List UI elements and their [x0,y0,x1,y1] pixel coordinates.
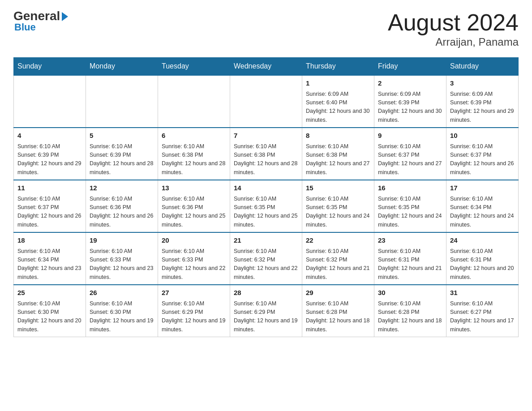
day-number: 12 [90,183,154,193]
day-number: 14 [234,183,298,193]
day-number: 9 [378,131,442,141]
day-info: Sunrise: 6:10 AMSunset: 6:35 PMDaylight:… [378,195,442,230]
day-number: 5 [90,131,154,141]
day-number: 18 [17,235,82,246]
weekday-header-tuesday: Tuesday [158,58,230,76]
week-row-5: 25Sunrise: 6:10 AMSunset: 6:30 PMDayligh… [14,285,519,337]
calendar-cell [158,75,230,128]
day-info: Sunrise: 6:09 AMSunset: 6:40 PMDaylight:… [306,90,370,125]
calendar-cell: 9Sunrise: 6:10 AMSunset: 6:37 PMDaylight… [374,128,446,180]
page-header: General Blue August 2024 Arraijan, Panam… [13,9,519,48]
day-number: 4 [17,131,82,141]
day-info: Sunrise: 6:10 AMSunset: 6:35 PMDaylight:… [234,195,298,230]
day-number: 21 [234,235,298,246]
calendar-cell: 25Sunrise: 6:10 AMSunset: 6:30 PMDayligh… [14,285,86,337]
day-number: 1 [306,78,370,89]
weekday-header-friday: Friday [374,58,446,76]
calendar-cell: 19Sunrise: 6:10 AMSunset: 6:33 PMDayligh… [86,232,158,285]
weekday-header-thursday: Thursday [302,58,374,76]
calendar-cell [86,75,158,128]
calendar-cell: 29Sunrise: 6:10 AMSunset: 6:28 PMDayligh… [302,285,374,337]
calendar-cell [230,75,302,128]
day-info: Sunrise: 6:10 AMSunset: 6:29 PMDaylight:… [162,300,226,334]
logo-blue: Blue [14,21,36,33]
day-info: Sunrise: 6:10 AMSunset: 6:36 PMDaylight:… [90,195,154,230]
calendar-body: 1Sunrise: 6:09 AMSunset: 6:40 PMDaylight… [14,75,519,337]
day-number: 3 [450,78,515,89]
day-info: Sunrise: 6:10 AMSunset: 6:39 PMDaylight:… [90,142,154,177]
calendar-cell: 7Sunrise: 6:10 AMSunset: 6:38 PMDaylight… [230,128,302,180]
calendar-cell: 10Sunrise: 6:10 AMSunset: 6:37 PMDayligh… [446,128,519,180]
day-info: Sunrise: 6:10 AMSunset: 6:35 PMDaylight:… [306,195,370,230]
calendar-cell: 26Sunrise: 6:10 AMSunset: 6:30 PMDayligh… [86,285,158,337]
calendar-cell: 31Sunrise: 6:10 AMSunset: 6:27 PMDayligh… [446,285,519,337]
day-info: Sunrise: 6:10 AMSunset: 6:31 PMDaylight:… [450,247,515,282]
calendar-cell [14,75,86,128]
calendar-cell: 2Sunrise: 6:09 AMSunset: 6:39 PMDaylight… [374,75,446,128]
day-info: Sunrise: 6:10 AMSunset: 6:37 PMDaylight:… [450,142,515,177]
day-info: Sunrise: 6:09 AMSunset: 6:39 PMDaylight:… [450,90,515,125]
day-info: Sunrise: 6:10 AMSunset: 6:36 PMDaylight:… [162,195,226,230]
week-row-1: 1Sunrise: 6:09 AMSunset: 6:40 PMDaylight… [14,75,519,128]
day-number: 8 [306,131,370,141]
weekday-header-wednesday: Wednesday [230,58,302,76]
day-number: 24 [450,235,515,246]
calendar-cell: 18Sunrise: 6:10 AMSunset: 6:34 PMDayligh… [14,232,86,285]
day-info: Sunrise: 6:10 AMSunset: 6:37 PMDaylight:… [378,142,442,177]
day-number: 23 [378,235,442,246]
day-info: Sunrise: 6:10 AMSunset: 6:32 PMDaylight:… [234,247,298,282]
week-row-3: 11Sunrise: 6:10 AMSunset: 6:37 PMDayligh… [14,180,519,232]
day-number: 6 [162,131,226,141]
day-number: 2 [378,78,442,89]
day-info: Sunrise: 6:10 AMSunset: 6:34 PMDaylight:… [17,247,82,282]
day-number: 13 [162,183,226,193]
day-info: Sunrise: 6:10 AMSunset: 6:29 PMDaylight:… [234,300,298,334]
calendar-cell: 24Sunrise: 6:10 AMSunset: 6:31 PMDayligh… [446,232,519,285]
weekday-header-saturday: Saturday [446,58,519,76]
calendar-cell: 23Sunrise: 6:10 AMSunset: 6:31 PMDayligh… [374,232,446,285]
day-number: 25 [17,288,82,298]
day-number: 22 [306,235,370,246]
day-info: Sunrise: 6:10 AMSunset: 6:28 PMDaylight:… [378,300,442,334]
day-number: 27 [162,288,226,298]
calendar-cell: 20Sunrise: 6:10 AMSunset: 6:33 PMDayligh… [158,232,230,285]
day-number: 16 [378,183,442,193]
calendar-cell: 4Sunrise: 6:10 AMSunset: 6:39 PMDaylight… [14,128,86,180]
logo-arrow [62,12,68,21]
calendar-cell: 22Sunrise: 6:10 AMSunset: 6:32 PMDayligh… [302,232,374,285]
calendar-cell: 17Sunrise: 6:10 AMSunset: 6:34 PMDayligh… [446,180,519,232]
title-block: August 2024 Arraijan, Panama [388,9,519,48]
day-number: 28 [234,288,298,298]
day-info: Sunrise: 6:10 AMSunset: 6:33 PMDaylight:… [162,247,226,282]
calendar-cell: 3Sunrise: 6:09 AMSunset: 6:39 PMDaylight… [446,75,519,128]
day-number: 15 [306,183,370,193]
calendar-cell: 13Sunrise: 6:10 AMSunset: 6:36 PMDayligh… [158,180,230,232]
day-info: Sunrise: 6:10 AMSunset: 6:28 PMDaylight:… [306,300,370,334]
day-number: 26 [90,288,154,298]
calendar-cell: 12Sunrise: 6:10 AMSunset: 6:36 PMDayligh… [86,180,158,232]
day-info: Sunrise: 6:10 AMSunset: 6:38 PMDaylight:… [234,142,298,177]
calendar-subtitle: Arraijan, Panama [388,36,519,48]
day-number: 30 [378,288,442,298]
logo: General Blue [13,9,68,33]
day-number: 17 [450,183,515,193]
day-info: Sunrise: 6:10 AMSunset: 6:33 PMDaylight:… [90,247,154,282]
calendar-cell: 30Sunrise: 6:10 AMSunset: 6:28 PMDayligh… [374,285,446,337]
calendar-cell: 21Sunrise: 6:10 AMSunset: 6:32 PMDayligh… [230,232,302,285]
day-info: Sunrise: 6:10 AMSunset: 6:30 PMDaylight:… [90,300,154,334]
calendar-cell: 6Sunrise: 6:10 AMSunset: 6:38 PMDaylight… [158,128,230,180]
day-info: Sunrise: 6:10 AMSunset: 6:31 PMDaylight:… [378,247,442,282]
calendar-cell: 5Sunrise: 6:10 AMSunset: 6:39 PMDaylight… [86,128,158,180]
day-number: 31 [450,288,515,298]
day-info: Sunrise: 6:10 AMSunset: 6:27 PMDaylight:… [450,300,515,334]
day-number: 19 [90,235,154,246]
day-info: Sunrise: 6:10 AMSunset: 6:30 PMDaylight:… [17,300,82,334]
day-info: Sunrise: 6:10 AMSunset: 6:32 PMDaylight:… [306,247,370,282]
weekday-header-row: SundayMondayTuesdayWednesdayThursdayFrid… [14,58,519,76]
day-number: 29 [306,288,370,298]
calendar-cell: 28Sunrise: 6:10 AMSunset: 6:29 PMDayligh… [230,285,302,337]
calendar-cell: 16Sunrise: 6:10 AMSunset: 6:35 PMDayligh… [374,180,446,232]
day-number: 20 [162,235,226,246]
day-info: Sunrise: 6:10 AMSunset: 6:34 PMDaylight:… [450,195,515,230]
week-row-4: 18Sunrise: 6:10 AMSunset: 6:34 PMDayligh… [14,232,519,285]
